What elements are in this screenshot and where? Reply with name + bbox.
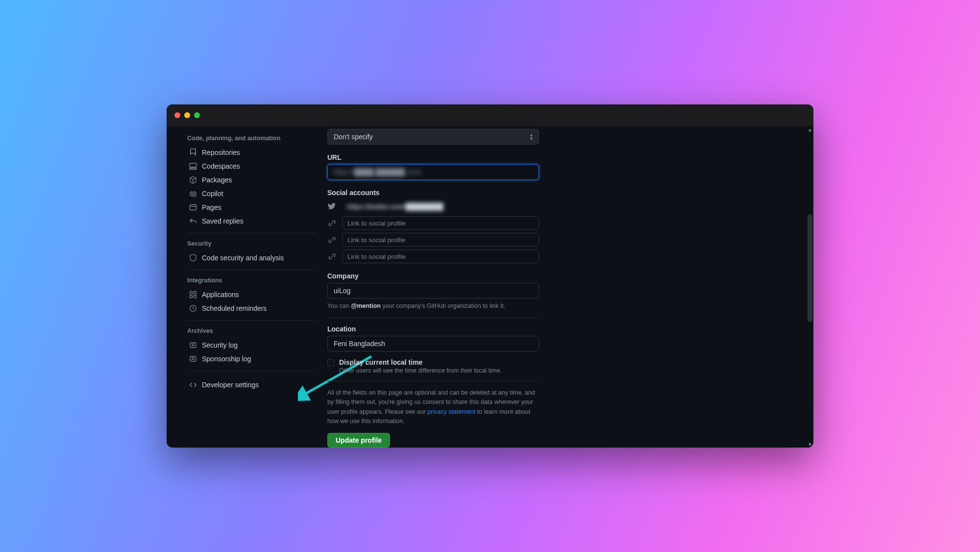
sidebar-divider bbox=[187, 270, 316, 270]
link-icon bbox=[327, 236, 336, 244]
link-icon bbox=[327, 220, 336, 227]
social-row-twitter: https://twitter.com/████████ bbox=[327, 200, 539, 213]
svg-rect-0 bbox=[190, 163, 196, 167]
copilot-icon bbox=[189, 190, 197, 198]
form-divider bbox=[327, 381, 539, 381]
sidebar-item-scheduled-reminders[interactable]: Scheduled reminders bbox=[187, 301, 318, 315]
svg-rect-6 bbox=[190, 292, 193, 294]
sidebar-item-label: Code security and analysis bbox=[202, 254, 284, 262]
checkbox-helper: Other users will see the time difference… bbox=[339, 367, 502, 374]
close-window-button[interactable] bbox=[174, 112, 180, 118]
checkbox-label: Display current local time bbox=[339, 358, 502, 366]
minimize-window-button[interactable] bbox=[184, 112, 190, 118]
sidebar-item-label: Security log bbox=[202, 341, 238, 349]
page-body: Code, planning, and automation Repositor… bbox=[167, 126, 813, 448]
vertical-scrollbar[interactable]: ▲ ▼ bbox=[807, 126, 813, 448]
svg-rect-1 bbox=[190, 168, 196, 170]
sidebar-group-header: Integrations bbox=[187, 277, 318, 284]
pronouns-select[interactable]: Don't specify ▲▼ bbox=[327, 129, 539, 145]
profile-form: Pronouns Don't specify ▲▼ URL https://██… bbox=[318, 126, 813, 448]
input-value: https://████.██████.com/ bbox=[334, 168, 421, 176]
svg-rect-5 bbox=[190, 205, 196, 210]
app-window: Code, planning, and automation Repositor… bbox=[167, 104, 813, 448]
twitter-icon bbox=[327, 202, 336, 211]
social-accounts-label: Social accounts bbox=[327, 189, 539, 197]
sidebar-item-applications[interactable]: Applications bbox=[187, 288, 318, 301]
sidebar-item-repositories[interactable]: Repositories bbox=[187, 146, 318, 159]
window-controls bbox=[174, 112, 200, 118]
scrollbar-thumb[interactable] bbox=[808, 214, 812, 322]
sidebar-item-label: Codespaces bbox=[202, 162, 240, 170]
sidebar-group-header: Security bbox=[187, 240, 318, 247]
scroll-down-arrow[interactable]: ▼ bbox=[807, 441, 813, 448]
link-icon bbox=[327, 253, 336, 260]
sidebar-item-label: Saved replies bbox=[202, 217, 244, 225]
sidebar-item-label: Copilot bbox=[202, 190, 223, 198]
sidebar-item-label: Packages bbox=[202, 176, 232, 184]
sidebar-item-codespaces[interactable]: Codespaces bbox=[187, 159, 318, 173]
privacy-statement-link[interactable]: privacy statement bbox=[427, 408, 475, 415]
clock-icon bbox=[189, 304, 197, 312]
input-value: Feni Bangladesh bbox=[334, 340, 385, 348]
scroll-up-arrow[interactable]: ▲ bbox=[807, 126, 813, 133]
reply-icon bbox=[189, 217, 197, 225]
shield-icon bbox=[189, 254, 197, 262]
settings-sidebar: Code, planning, and automation Repositor… bbox=[167, 126, 318, 448]
sidebar-divider bbox=[187, 320, 316, 321]
location-label: Location bbox=[327, 325, 539, 333]
sidebar-item-sponsorship-log[interactable]: Sponsorship log bbox=[187, 352, 318, 366]
company-helper: You can @mention your company's GitHub o… bbox=[327, 301, 539, 311]
social-row: Link to social profile bbox=[327, 216, 539, 230]
sidebar-item-packages[interactable]: Packages bbox=[187, 173, 318, 187]
apps-icon bbox=[189, 291, 197, 299]
svg-point-3 bbox=[192, 194, 193, 195]
browser-icon bbox=[189, 203, 197, 211]
code-icon bbox=[189, 381, 197, 389]
url-input[interactable]: https://████.██████.com/ bbox=[327, 164, 539, 180]
company-input[interactable]: uiLog bbox=[327, 283, 539, 299]
svg-rect-12 bbox=[190, 356, 196, 361]
codespaces-icon bbox=[189, 162, 197, 170]
sidebar-item-label: Repositories bbox=[202, 149, 240, 156]
svg-rect-2 bbox=[190, 192, 196, 196]
location-input[interactable]: Feni Bangladesh bbox=[327, 336, 539, 351]
svg-rect-8 bbox=[190, 296, 193, 298]
profile-disclaimer: All of the fields on this page are optio… bbox=[327, 388, 539, 427]
sidebar-item-security-log[interactable]: Security log bbox=[187, 338, 318, 352]
sidebar-divider bbox=[187, 233, 316, 233]
sidebar-item-pages[interactable]: Pages bbox=[187, 201, 318, 214]
select-value: Don't specify bbox=[334, 133, 373, 141]
zoom-window-button[interactable] bbox=[194, 112, 200, 118]
sidebar-item-label: Applications bbox=[202, 291, 239, 299]
svg-rect-11 bbox=[190, 343, 196, 348]
chevron-updown-icon: ▲▼ bbox=[529, 133, 534, 141]
package-icon bbox=[189, 176, 197, 184]
social-input[interactable]: Link to social profile bbox=[342, 250, 539, 263]
repo-icon bbox=[189, 149, 197, 156]
sidebar-item-saved-replies[interactable]: Saved replies bbox=[187, 214, 318, 228]
sidebar-item-copilot[interactable]: Copilot bbox=[187, 187, 318, 201]
sidebar-item-code-security[interactable]: Code security and analysis bbox=[187, 251, 318, 265]
url-label: URL bbox=[327, 153, 539, 161]
sidebar-item-label: Scheduled reminders bbox=[202, 304, 267, 312]
input-placeholder: Link to social profile bbox=[347, 253, 406, 260]
log-icon bbox=[189, 355, 197, 363]
input-value: https://twitter.com/████████ bbox=[347, 203, 443, 210]
input-placeholder: Link to social profile bbox=[347, 220, 406, 227]
local-time-row: Display current local time Other users w… bbox=[327, 358, 539, 374]
svg-rect-7 bbox=[194, 292, 196, 294]
sidebar-divider bbox=[187, 371, 316, 371]
update-profile-button[interactable]: Update profile bbox=[327, 433, 390, 448]
sidebar-group-header: Code, planning, and automation bbox=[187, 135, 318, 142]
sidebar-item-label: Pages bbox=[202, 203, 221, 211]
social-input[interactable]: Link to social profile bbox=[342, 233, 539, 247]
input-value: uiLog bbox=[334, 287, 350, 295]
social-row: Link to social profile bbox=[327, 250, 539, 263]
input-placeholder: Link to social profile bbox=[347, 236, 406, 244]
sidebar-item-label: Sponsorship log bbox=[202, 355, 251, 363]
social-input-twitter[interactable]: https://twitter.com/████████ bbox=[342, 200, 539, 213]
sidebar-item-developer-settings[interactable]: Developer settings bbox=[187, 378, 318, 392]
display-local-time-checkbox[interactable] bbox=[327, 359, 334, 366]
svg-rect-9 bbox=[194, 296, 196, 298]
social-input[interactable]: Link to social profile bbox=[342, 216, 539, 230]
